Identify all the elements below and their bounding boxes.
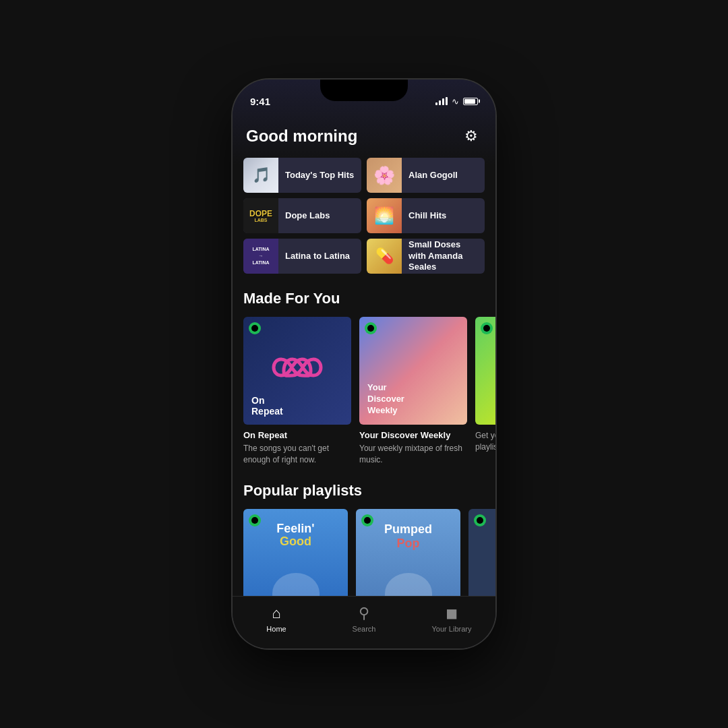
discover-thumb-label2: Discover [367,394,404,405]
spotify-dot-third [474,514,486,526]
quick-item-small-doses[interactable]: 💊 Small Doses with Amanda Seales [367,239,485,274]
nav-search[interactable]: ⚲ Search [340,605,388,633]
bottom-nav: ⌂ Home ⚲ Search ◼ Your Library [233,596,495,648]
popular-playlists-list: Feelin' Good Pumped [233,509,495,601]
latina-thumb: LATINA→LATINA [243,239,278,274]
popular-card-third[interactable] [468,509,495,601]
on-repeat-thumb: On Repeat [243,317,351,425]
nav-library[interactable]: ◼ Your Library [428,605,475,633]
on-repeat-thumb-label2: Repeat [251,406,283,417]
mix-thumb: D [475,317,495,425]
wifi-icon: ∿ [452,96,459,107]
on-repeat-desc: The songs you can't get enough of right … [243,443,351,466]
small-doses-thumb: 💊 [367,239,402,274]
quick-item-today-top-hits[interactable]: 🎵 Today's Top Hits [243,158,361,193]
phone-frame: 9:41 ∿ Good morning ⚙ [233,80,495,648]
on-repeat-title: On Repeat [243,430,351,440]
nav-home[interactable]: ⌂ Home [253,605,300,633]
quick-item-dope-labs[interactable]: DOPE LABS Dope Labs [243,198,361,233]
discover-thumb-label3: Weekly [367,405,404,417]
spotify-dot-mix [481,322,493,334]
small-doses-label: Small Doses with Amanda Seales [402,239,485,274]
feelin-label2: Good [280,535,311,548]
quick-item-latina[interactable]: LATINA→LATINA Latina to Latina [243,239,361,274]
status-time: 9:41 [250,96,270,107]
nav-library-label: Your Library [432,625,472,633]
dope-labs-label: Dope Labs [278,210,336,222]
header: Good morning ⚙ [233,113,495,158]
status-icons: ∿ [435,96,478,107]
playlist-card-mix[interactable]: D Get your daily playlist. [475,317,495,466]
chill-hits-label: Chill Hits [402,210,453,222]
alan-gogoll-label: Alan Gogoll [402,170,464,181]
search-icon: ⚲ [359,605,369,622]
discover-thumb-label1: Your [367,382,404,394]
nav-search-label: Search [353,625,376,633]
home-icon: ⌂ [272,605,280,622]
spotify-dot-pumped [361,514,373,526]
discover-weekly-title: Your Discover Weekly [359,430,467,440]
playlist-card-discover-weekly[interactable]: Your Discover Weekly Your Discover Weekl… [359,317,467,466]
mix-desc: Get your daily playlist. [475,430,495,453]
discover-weekly-thumb: Your Discover Weekly [359,317,467,425]
popular-card-pumped-pop[interactable]: Pumped Pop [356,509,460,601]
third-popular-thumb [468,509,495,601]
on-repeat-thumb-label1: On [251,395,283,406]
chill-hits-thumb: 🌅 [367,198,402,233]
discover-weekly-desc: Your weekly mixtape of fresh music. [359,443,467,466]
signal-bars-icon [435,97,448,105]
popular-card-feelin-good[interactable]: Feelin' Good [243,509,348,601]
spotify-dot-discover [365,322,377,334]
made-for-you-list: On Repeat On Repeat The songs you can't … [233,317,495,466]
spotify-dot-on-repeat [249,322,261,334]
today-top-hits-label: Today's Top Hits [278,170,361,181]
made-for-you-header: Made For You [233,274,495,317]
pumped-label1: Pumped [384,522,432,536]
gear-icon: ⚙ [464,127,478,145]
alan-gogoll-thumb: 🌸 [367,158,402,193]
battery-icon [463,98,478,105]
latina-label: Latina to Latina [278,251,357,262]
playlist-card-on-repeat[interactable]: On Repeat On Repeat The songs you can't … [243,317,351,466]
quick-item-chill-hits[interactable]: 🌅 Chill Hits [367,198,485,233]
popular-playlists-header: Popular playlists [233,466,495,509]
library-icon: ◼ [446,605,458,622]
pumped-label2: Pop [397,537,420,550]
screen-content: Good morning ⚙ 🎵 Today's Top Hits 🌸 Alan… [233,113,495,601]
feelin-good-thumb: Feelin' Good [243,509,348,601]
spotify-dot-feelin [249,514,261,526]
notch [320,80,408,101]
feelin-label1: Feelin' [276,522,314,535]
greeting-text: Good morning [246,127,357,146]
on-repeat-infinity-icon [267,340,328,401]
quick-access-grid: 🎵 Today's Top Hits 🌸 Alan Gogoll DOPE LA… [233,158,495,274]
pumped-pop-thumb: Pumped Pop [356,509,460,601]
settings-button[interactable]: ⚙ [460,125,482,147]
today-top-hits-thumb: 🎵 [243,158,278,193]
quick-item-alan-gogoll[interactable]: 🌸 Alan Gogoll [367,158,485,193]
dope-labs-thumb: DOPE LABS [243,198,278,233]
nav-home-label: Home [266,625,286,633]
